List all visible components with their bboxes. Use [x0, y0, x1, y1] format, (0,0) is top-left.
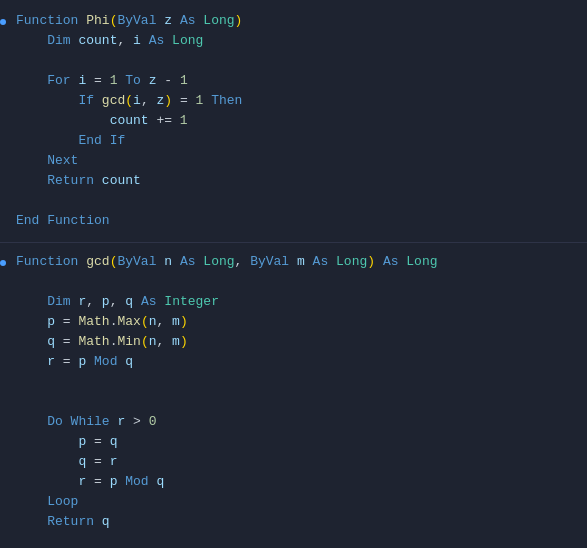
line-content-2: Dim count, i As Long	[8, 33, 203, 48]
line-10	[0, 192, 587, 212]
line-2: Dim count, i As Long	[0, 32, 587, 52]
line-9: Return count	[0, 172, 587, 192]
line-25: Return q	[0, 513, 587, 533]
line-7: End If	[0, 132, 587, 152]
line-3	[0, 52, 587, 72]
line-12: Function gcd(ByVal n As Long, ByVal m As…	[0, 253, 587, 273]
line-24: Loop	[0, 493, 587, 513]
line-content-24: Loop	[8, 494, 78, 509]
line-content-16: q = Math.Min(n, m)	[8, 334, 188, 349]
line-content-4: For i = 1 To z - 1	[8, 73, 188, 88]
code-block-2: Function gcd(ByVal n As Long, ByVal m As…	[0, 249, 587, 548]
line-15: p = Math.Max(n, m)	[0, 313, 587, 333]
line-14: Dim r, p, q As Integer	[0, 293, 587, 313]
line-16: q = Math.Min(n, m)	[0, 333, 587, 353]
line-22: q = r	[0, 453, 587, 473]
line-content-11: End Function	[8, 213, 110, 228]
line-content-7: End If	[8, 133, 125, 148]
line-content-23: r = p Mod q	[8, 474, 164, 489]
code-block-1: Function Phi(ByVal z As Long) Dim count,…	[0, 8, 587, 236]
line-13	[0, 273, 587, 293]
line-content-25: Return q	[8, 514, 110, 529]
line-content-20: Do While r > 0	[8, 414, 156, 429]
line-23: r = p Mod q	[0, 473, 587, 493]
line-content-12: Function gcd(ByVal n As Long, ByVal m As…	[8, 254, 438, 269]
line-content-17: r = p Mod q	[8, 354, 133, 369]
line-26	[0, 533, 587, 548]
line-17: r = p Mod q	[0, 353, 587, 373]
line-18	[0, 373, 587, 393]
line-content-14: Dim r, p, q As Integer	[8, 294, 219, 309]
line-21: p = q	[0, 433, 587, 453]
line-content-9: Return count	[8, 173, 141, 188]
line-content-8: Next	[8, 153, 78, 168]
line-8: Next	[0, 152, 587, 172]
line-1: Function Phi(ByVal z As Long)	[0, 12, 587, 32]
line-6: count += 1	[0, 112, 587, 132]
line-5: If gcd(i, z) = 1 Then	[0, 92, 587, 112]
line-content-22: q = r	[8, 454, 117, 469]
code-editor: Function Phi(ByVal z As Long) Dim count,…	[0, 0, 587, 548]
line-content-5: If gcd(i, z) = 1 Then	[8, 93, 242, 108]
line-4: For i = 1 To z - 1	[0, 72, 587, 92]
line-content-6: count += 1	[8, 113, 188, 128]
line-content-15: p = Math.Max(n, m)	[8, 314, 188, 329]
line-20: Do While r > 0	[0, 413, 587, 433]
code-divider-1	[0, 242, 587, 243]
line-19	[0, 393, 587, 413]
line-content-1: Function Phi(ByVal z As Long)	[8, 13, 242, 28]
line-11: End Function	[0, 212, 587, 232]
line-content-21: p = q	[8, 434, 117, 449]
